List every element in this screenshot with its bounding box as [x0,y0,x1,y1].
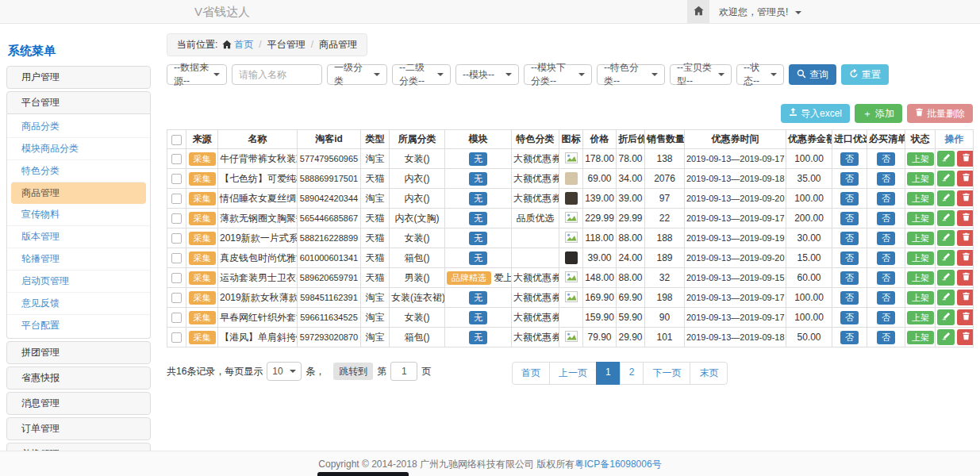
row-checkbox[interactable] [171,154,182,164]
item-type-select[interactable]: --宝贝类型-- [670,64,732,85]
edit-button[interactable] [937,230,955,246]
edit-button[interactable] [937,309,955,325]
sidebar-section-header[interactable]: 兑换管理 [6,443,151,451]
sidebar-item[interactable]: 启动页管理 [7,270,150,292]
delete-button[interactable] [957,270,974,286]
row-checkbox[interactable] [171,233,182,244]
sidebar-item[interactable]: 宣传物料 [7,204,150,225]
must-buy-no-badge[interactable]: 否 [877,212,895,225]
status-select[interactable]: --状态-- [736,64,784,85]
sidebar-section-header[interactable]: 平台管理 [6,91,151,114]
edit-button[interactable] [937,190,955,206]
status-badge[interactable]: 上架 [907,172,934,186]
add-button[interactable]: ＋ 添加 [855,104,902,123]
select-all-checkbox[interactable] [171,135,182,145]
must-buy-no-badge[interactable]: 否 [877,251,895,265]
row-checkbox[interactable] [171,253,182,263]
sidebar-section-header[interactable]: 拼团管理 [6,341,151,364]
import-no-badge[interactable]: 否 [840,212,859,225]
must-buy-no-badge[interactable]: 否 [877,232,895,245]
status-badge[interactable]: 上架 [907,271,934,285]
edit-button[interactable] [937,250,955,266]
import-no-badge[interactable]: 否 [840,271,859,285]
icp-link[interactable]: 粤ICP备16098006号 [575,459,661,470]
must-buy-no-badge[interactable]: 否 [877,152,895,166]
import-no-badge[interactable]: 否 [840,311,859,324]
status-badge[interactable]: 上架 [907,251,934,265]
must-buy-no-badge[interactable]: 否 [877,172,895,186]
import-no-badge[interactable]: 否 [840,232,859,245]
level1-category-select[interactable]: 一级分类 [327,64,387,85]
must-buy-no-badge[interactable]: 否 [877,331,895,344]
delete-button[interactable] [957,190,974,206]
data-source-select[interactable]: --数据来源-- [167,64,227,85]
user-menu[interactable]: 欢迎您，管理员! [719,0,801,24]
pager-button-末页[interactable]: 末页 [690,362,728,385]
sidebar-section-header[interactable]: 省惠快报 [6,367,151,390]
sidebar-item[interactable]: 特色分类 [7,159,150,182]
level2-category-select[interactable]: --二级分类-- [392,64,451,85]
delete-button[interactable] [957,230,974,246]
sidebar-item[interactable]: 轮播管理 [7,248,150,270]
import-no-badge[interactable]: 否 [840,291,859,305]
breadcrumb-home-link[interactable]: 首页 [234,39,253,50]
home-button[interactable] [687,0,709,23]
delete-button[interactable] [957,171,974,186]
import-no-badge[interactable]: 否 [840,172,859,186]
delete-button[interactable] [957,329,974,345]
sidebar-item[interactable]: 意见反馈 [7,292,150,314]
pager-button-首页[interactable]: 首页 [512,362,550,385]
edit-button[interactable] [937,210,955,226]
delete-button[interactable] [957,290,974,305]
module-select[interactable]: --模块-- [455,64,519,85]
sidebar-item[interactable]: 商品管理 [11,182,146,204]
edit-button[interactable] [937,329,955,345]
feature-category-select[interactable]: --特色分类-- [597,64,665,85]
delete-button[interactable] [957,309,974,325]
status-badge[interactable]: 上架 [907,152,934,166]
search-button[interactable]: 查询 [789,64,836,85]
row-checkbox[interactable] [171,293,182,303]
pager-button-1[interactable]: 1 [596,362,621,385]
status-badge[interactable]: 上架 [907,311,934,324]
edit-button[interactable] [937,290,955,305]
row-checkbox[interactable] [171,213,182,224]
batch-delete-button[interactable]: 批量删除 [907,104,973,123]
status-badge[interactable]: 上架 [907,232,934,245]
pager-button-下一页[interactable]: 下一页 [643,362,690,385]
sidebar-section-header[interactable]: 订单管理 [6,417,151,440]
must-buy-no-badge[interactable]: 否 [877,271,895,285]
sidebar-section-header[interactable]: 消息管理 [6,392,151,415]
import-no-badge[interactable]: 否 [840,152,859,166]
row-checkbox[interactable] [171,332,182,343]
status-badge[interactable]: 上架 [907,331,934,344]
delete-button[interactable] [957,210,974,226]
row-checkbox[interactable] [171,174,182,184]
status-badge[interactable]: 上架 [907,192,934,205]
must-buy-no-badge[interactable]: 否 [877,311,895,324]
row-checkbox[interactable] [171,313,182,323]
sidebar-section-header[interactable]: 用户管理 [6,66,151,89]
import-excel-button[interactable]: 导入excel [781,104,850,123]
sidebar-item[interactable]: 版本管理 [7,225,150,248]
import-no-badge[interactable]: 否 [840,192,859,205]
sidebar-item[interactable]: 商品分类 [7,116,150,137]
edit-button[interactable] [937,270,955,286]
edit-button[interactable] [937,151,955,167]
must-buy-no-badge[interactable]: 否 [877,291,895,305]
module-subcategory-select[interactable]: --模块下分类-- [524,64,592,85]
sidebar-item[interactable]: 平台配置 [7,314,150,336]
status-badge[interactable]: 上架 [907,212,934,225]
import-no-badge[interactable]: 否 [840,251,859,265]
delete-button[interactable] [957,250,974,266]
edit-button[interactable] [937,171,955,186]
page-number-input[interactable] [390,362,417,381]
row-checkbox[interactable] [171,273,182,283]
jump-button[interactable]: 跳转到 [333,363,373,380]
reset-button[interactable]: 重置 [841,64,889,85]
status-badge[interactable]: 上架 [907,291,934,305]
delete-button[interactable] [957,151,974,167]
row-checkbox[interactable] [171,194,182,204]
pager-button-2[interactable]: 2 [620,362,644,385]
per-page-select[interactable]: 10 [267,362,302,381]
